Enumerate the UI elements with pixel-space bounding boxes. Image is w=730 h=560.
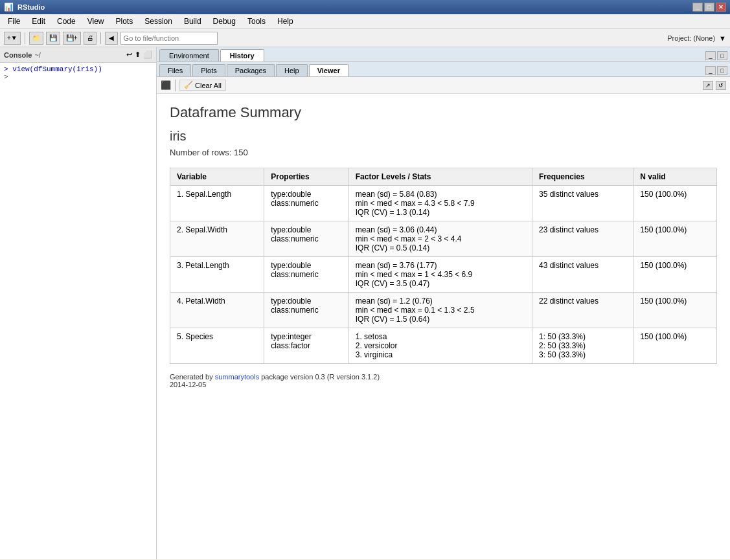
cell-properties: type:double class:numeric <box>264 257 348 293</box>
menu-session[interactable]: Session <box>139 16 177 27</box>
menu-file[interactable]: File <box>3 16 25 27</box>
cell-variable: 2. Sepal.Width <box>170 221 264 257</box>
top-tab-buttons: _ □ <box>703 50 730 62</box>
tab-files[interactable]: Files <box>159 64 191 76</box>
menu-code[interactable]: Code <box>52 16 81 27</box>
broom-icon: 🧹 <box>184 81 193 89</box>
row-count: Number of rows: 150 <box>170 148 717 157</box>
open-file-button[interactable]: 📁 <box>29 32 43 45</box>
cell-properties: type:double class:numeric <box>264 293 348 328</box>
console-header: Console ~/ ↩ ⬆ ⬜ <box>0 47 156 63</box>
menu-bar: File Edit Code View Plots Session Build … <box>0 14 730 29</box>
save-all-button[interactable]: 💾+ <box>63 32 81 45</box>
footer-link[interactable]: summarytools <box>215 373 259 381</box>
tab-plots[interactable]: Plots <box>192 64 225 76</box>
minimize-button[interactable]: _ <box>692 3 703 12</box>
save-button[interactable]: 💾 <box>46 32 60 45</box>
window-controls: _ □ ✕ <box>692 3 726 12</box>
menu-view[interactable]: View <box>82 16 109 27</box>
viewer-toolbar-right: ↗ ↺ <box>703 81 726 90</box>
cell-properties: type:integer class:factor <box>264 328 348 364</box>
viewer-tabs-row: Files Plots Packages Help Viewer _ □ <box>157 62 730 77</box>
footer-suffix: package version 0.3 (R version 3.1.2) <box>259 373 380 381</box>
cell-nvalid: 150 (100.0%) <box>633 293 717 328</box>
footer-date: 2014-12-05 <box>170 381 206 388</box>
project-label: Project: (None) <box>667 34 715 42</box>
top-tabs-row: Environment History _ □ <box>157 47 730 62</box>
minimize-pane-button[interactable]: _ <box>705 51 716 60</box>
col-header-stats: Factor Levels / Stats <box>348 168 532 186</box>
maximize-pane-button[interactable]: □ <box>717 51 727 60</box>
table-row: 4. Petal.Widthtype:double class:numericm… <box>170 293 717 328</box>
tab-history[interactable]: History <box>220 49 264 62</box>
close-button[interactable]: ✕ <box>716 3 726 12</box>
viewer-toolbar: ⬛ 🧹 Clear All ↗ ↺ <box>157 77 730 94</box>
menu-tools[interactable]: Tools <box>242 16 271 27</box>
menu-plots[interactable]: Plots <box>111 16 139 27</box>
viewer-refresh-button[interactable]: ↺ <box>716 81 726 90</box>
viewer-open-external-button[interactable]: ↗ <box>703 81 713 90</box>
console-header-icons: ↩ ⬆ ⬜ <box>126 50 152 59</box>
cell-stats: mean (sd) = 1.2 (0.76) min < med < max =… <box>348 293 532 328</box>
main-layout: Console ~/ ↩ ⬆ ⬜ > view(dfSummary(iris))… <box>0 47 730 559</box>
tab-packages[interactable]: Packages <box>227 64 275 76</box>
cell-stats: mean (sd) = 3.76 (1.77) min < med < max … <box>348 257 532 293</box>
stop-button[interactable]: ⬛ <box>161 80 171 90</box>
new-file-button[interactable]: +▼ <box>4 32 21 45</box>
separator-2 <box>100 32 101 44</box>
console-body: > view(dfSummary(iris)) > <box>0 63 156 559</box>
console-clear-icon[interactable]: ↩ <box>126 50 132 59</box>
menu-debug[interactable]: Debug <box>208 16 241 27</box>
menu-build[interactable]: Build <box>179 16 207 27</box>
clear-all-button[interactable]: 🧹 Clear All <box>179 80 226 91</box>
tab-environment[interactable]: Environment <box>159 49 219 62</box>
summary-table: Variable Properties Factor Levels / Stat… <box>170 168 717 364</box>
table-row: 5. Speciestype:integer class:factor1. se… <box>170 328 717 364</box>
table-row: 2. Sepal.Widthtype:double class:numericm… <box>170 221 717 257</box>
tab-viewer[interactable]: Viewer <box>309 64 348 76</box>
viewer-tab-buttons: _ □ <box>703 65 730 76</box>
viewer-maximize-button[interactable]: □ <box>717 66 727 75</box>
console-tab-label[interactable]: Console <box>4 51 32 59</box>
cell-stats: mean (sd) = 5.84 (0.83) min < med < max … <box>348 186 532 221</box>
maximize-button[interactable]: □ <box>704 3 714 12</box>
left-panel: Console ~/ ↩ ⬆ ⬜ > view(dfSummary(iris))… <box>0 47 157 559</box>
separator-1 <box>25 32 25 44</box>
cell-variable: 4. Petal.Width <box>170 293 264 328</box>
console-command-line: > view(dfSummary(iris)) <box>4 65 152 73</box>
cell-frequencies: 23 distinct values <box>532 221 633 257</box>
cell-properties: type:double class:numeric <box>264 186 348 221</box>
right-panel: Environment History _ □ Files Plots Pack… <box>157 47 730 559</box>
dataframe-summary-title: Dataframe Summary <box>170 104 717 121</box>
cell-frequencies: 35 distinct values <box>532 186 633 221</box>
cell-nvalid: 150 (100.0%) <box>633 186 717 221</box>
cell-variable: 5. Species <box>170 328 264 364</box>
menu-edit[interactable]: Edit <box>27 16 51 27</box>
table-row: 1. Sepal.Lengthtype:double class:numeric… <box>170 186 717 221</box>
viewer-content: Dataframe Summary iris Number of rows: 1… <box>157 94 730 559</box>
cell-variable: 3. Petal.Length <box>170 257 264 293</box>
console-prompt: > <box>4 73 152 81</box>
goto-input[interactable] <box>120 32 218 45</box>
cell-properties: type:double class:numeric <box>264 221 348 257</box>
bottom-area: Files Plots Packages Help Viewer _ □ ⬛ 🧹… <box>157 62 730 559</box>
menu-help[interactable]: Help <box>272 16 299 27</box>
clear-all-label: Clear All <box>195 82 222 89</box>
console-maximize-icon[interactable]: ⬜ <box>143 50 152 59</box>
title-bar: 📊 RStudio _ □ ✕ <box>0 0 730 14</box>
viewer-minimize-button[interactable]: _ <box>705 66 716 75</box>
console-path: ~/ <box>34 51 40 59</box>
cell-nvalid: 150 (100.0%) <box>633 257 717 293</box>
cell-stats: mean (sd) = 3.06 (0.44) min < med < max … <box>348 221 532 257</box>
cell-frequencies: 1: 50 (33.3%) 2: 50 (33.3%) 3: 50 (33.3%… <box>532 328 633 364</box>
main-toolbar: +▼ 📁 💾 💾+ 🖨 ◀ Project: (None) ▼ <box>0 29 730 47</box>
print-button[interactable]: 🖨 <box>84 32 97 45</box>
back-button[interactable]: ◀ <box>105 32 118 45</box>
tab-help[interactable]: Help <box>276 64 308 76</box>
project-dropdown-icon[interactable]: ▼ <box>719 34 726 42</box>
col-header-frequencies: Frequencies <box>532 168 633 186</box>
col-header-nvalid: N valid <box>633 168 717 186</box>
console-expand-icon[interactable]: ⬆ <box>135 50 141 59</box>
app-title: RStudio <box>17 3 45 11</box>
viewer-separator <box>175 80 176 91</box>
